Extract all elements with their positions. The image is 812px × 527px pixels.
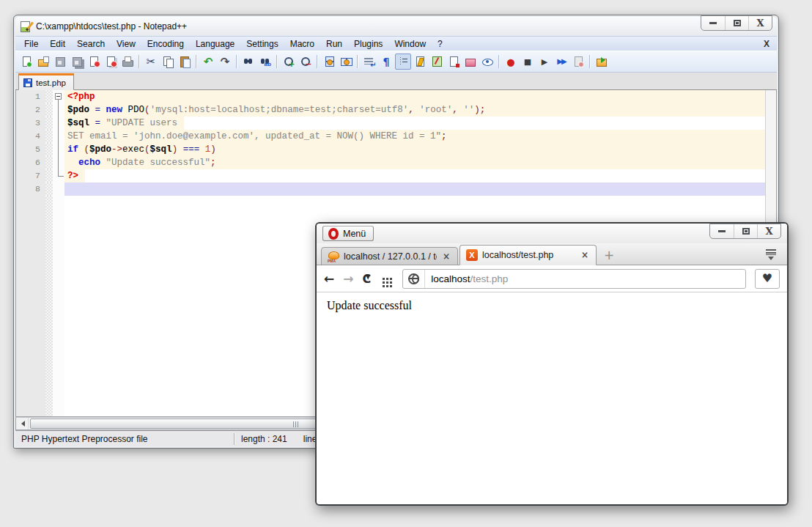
find-button[interactable] bbox=[240, 54, 256, 70]
maximize-button[interactable] bbox=[734, 224, 757, 238]
length-status: length : 241 bbox=[241, 434, 287, 444]
maximize-button[interactable] bbox=[725, 16, 748, 30]
sync-vertical-icon bbox=[323, 56, 336, 67]
file-monitoring-button[interactable] bbox=[479, 54, 495, 70]
scroll-left-button[interactable] bbox=[16, 418, 29, 430]
menu-encoding[interactable]: Encoding bbox=[141, 37, 190, 51]
zoom-in-button[interactable] bbox=[281, 54, 297, 70]
toolbar-separator bbox=[317, 55, 318, 68]
menu-window[interactable]: Window bbox=[388, 37, 432, 51]
fold-margin bbox=[53, 183, 64, 196]
bookmark-margin[interactable] bbox=[45, 183, 53, 196]
status-separator bbox=[234, 433, 235, 445]
menu-macro[interactable]: Macro bbox=[284, 37, 320, 51]
menubar-close-icon[interactable]: X bbox=[764, 39, 769, 49]
macro-run-multiple-button[interactable]: ▶▶ bbox=[553, 54, 569, 70]
save-button[interactable] bbox=[52, 54, 68, 70]
replace-button[interactable] bbox=[257, 54, 273, 70]
folder-as-workspace-button[interactable] bbox=[462, 54, 479, 70]
close-all-button[interactable] bbox=[103, 54, 119, 70]
close-button[interactable]: X bbox=[757, 224, 780, 238]
close-all-icon bbox=[105, 56, 117, 67]
save-icon bbox=[54, 56, 67, 67]
load-session-button[interactable] bbox=[594, 54, 610, 70]
bookmark-margin[interactable] bbox=[45, 143, 53, 156]
tab-test-php[interactable]: test.php bbox=[18, 73, 74, 90]
toolbar-separator bbox=[236, 55, 237, 68]
bookmark-margin[interactable] bbox=[45, 169, 53, 183]
document-tab-bar: test.php bbox=[15, 73, 777, 90]
close-button[interactable] bbox=[86, 54, 102, 70]
speed-dial-icon[interactable] bbox=[383, 278, 385, 280]
browser-tab-1[interactable]: localhost / 127.0.0.1 / test× bbox=[321, 247, 458, 265]
bookmark-margin[interactable] bbox=[45, 130, 53, 143]
macro-stop-button[interactable]: ■ bbox=[520, 54, 536, 70]
word-wrap-button[interactable] bbox=[361, 54, 377, 70]
forward-button[interactable]: → bbox=[343, 273, 353, 285]
show-all-characters-button[interactable]: ¶ bbox=[378, 54, 394, 70]
url-field[interactable]: localhost/test.php bbox=[402, 269, 746, 289]
sync-vertical-button[interactable] bbox=[321, 54, 337, 70]
bookmark-margin[interactable] bbox=[45, 90, 53, 103]
document-switcher-button[interactable] bbox=[446, 54, 462, 70]
minimize-button[interactable] bbox=[701, 16, 725, 30]
function-completion-button[interactable] bbox=[412, 54, 428, 70]
close-button[interactable]: X bbox=[748, 16, 772, 30]
copy-button[interactable] bbox=[160, 54, 176, 70]
menu-edit[interactable]: Edit bbox=[44, 37, 71, 51]
bookmark-button[interactable]: ♥ bbox=[755, 269, 780, 289]
document-map-button[interactable] bbox=[429, 54, 445, 70]
close-tab-icon[interactable]: × bbox=[441, 251, 451, 262]
browser-tab-2[interactable]: Xlocalhost/test.php× bbox=[459, 245, 597, 265]
back-button[interactable]: ← bbox=[324, 273, 334, 285]
menu-view[interactable]: View bbox=[111, 37, 141, 51]
menu-search[interactable]: Search bbox=[71, 37, 111, 51]
macro-stop-icon: ■ bbox=[524, 58, 531, 66]
open-file-icon bbox=[37, 56, 50, 67]
menu-help[interactable]: ? bbox=[432, 37, 449, 51]
macro-save-button[interactable] bbox=[570, 54, 586, 70]
opera-titlebar[interactable]: Menü X bbox=[317, 224, 787, 243]
menu-run[interactable]: Run bbox=[320, 37, 348, 51]
redo-button[interactable]: ↷ bbox=[217, 54, 233, 70]
menu-plugins[interactable]: Plugins bbox=[348, 37, 388, 51]
macro-record-icon: ● bbox=[506, 57, 514, 67]
new-file-button[interactable] bbox=[18, 54, 34, 70]
show-indent-guide-button[interactable] bbox=[395, 54, 411, 70]
zoom-out-button[interactable] bbox=[298, 54, 314, 70]
new-tab-button[interactable]: + bbox=[604, 249, 614, 262]
site-info-button[interactable] bbox=[403, 270, 425, 288]
code-text-highlight: ?> bbox=[64, 169, 85, 183]
close-tab-icon[interactable]: × bbox=[580, 250, 590, 260]
print-button[interactable] bbox=[119, 54, 136, 70]
opera-logo-icon bbox=[328, 228, 339, 240]
code-text: if ($pdo->exec($sql) === 1) bbox=[64, 143, 765, 156]
toolbar-separator bbox=[498, 55, 500, 68]
menu-file[interactable]: File bbox=[18, 37, 44, 51]
code-text: <?php bbox=[64, 90, 765, 103]
tabs-list: localhost / 127.0.0.1 / test×Xlocalhost/… bbox=[321, 245, 597, 265]
toolbar-separator bbox=[357, 55, 358, 68]
cut-button[interactable]: ✂ bbox=[143, 54, 159, 70]
bookmark-margin[interactable] bbox=[45, 117, 53, 130]
closed-tabs-menu-icon[interactable] bbox=[765, 249, 777, 260]
menu-settings[interactable]: Settings bbox=[240, 37, 284, 51]
sync-horizontal-button[interactable] bbox=[338, 54, 354, 70]
menu-language[interactable]: Language bbox=[190, 37, 240, 51]
reload-button[interactable]: C bbox=[363, 272, 372, 286]
fold-collapse-icon[interactable] bbox=[55, 93, 62, 100]
bookmark-margin[interactable] bbox=[45, 156, 53, 169]
undo-button[interactable]: ↶ bbox=[200, 54, 216, 70]
fold-margin[interactable] bbox=[53, 90, 64, 103]
open-file-button[interactable] bbox=[35, 54, 51, 70]
notepad-titlebar[interactable]: C:\xampp\htdocs\test.php - Notepad++ X bbox=[15, 17, 777, 36]
save-all-button[interactable] bbox=[69, 54, 85, 70]
minimize-button[interactable] bbox=[710, 224, 734, 238]
close-icon bbox=[88, 56, 100, 67]
bookmark-margin[interactable] bbox=[45, 103, 53, 117]
opera-menu-button[interactable]: Menü bbox=[322, 226, 374, 241]
macro-playback-button[interactable]: ▶ bbox=[536, 54, 553, 70]
paste-button[interactable] bbox=[177, 54, 193, 70]
macro-record-button[interactable]: ● bbox=[503, 54, 519, 70]
doc-type-status: PHP Hypertext Preprocessor file bbox=[15, 434, 234, 444]
